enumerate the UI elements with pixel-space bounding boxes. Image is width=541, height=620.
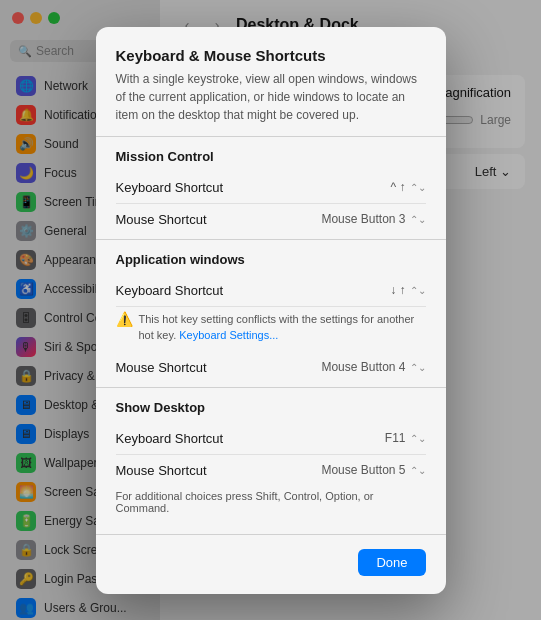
stepper-icon-1-1: ⌃⌄ <box>410 362 426 373</box>
modal-overlay: Keyboard & Mouse Shortcuts With a single… <box>0 0 541 620</box>
modal-section-2: Show DesktopKeyboard ShortcutF11 ⌃⌄Mouse… <box>96 388 446 490</box>
shortcut-label-2-0: Keyboard Shortcut <box>116 431 224 446</box>
modal-header: Keyboard & Mouse Shortcuts With a single… <box>96 27 446 136</box>
shortcut-label-0-1: Mouse Shortcut <box>116 212 207 227</box>
stepper-icon-1-0: ⌃⌄ <box>410 285 426 296</box>
done-button[interactable]: Done <box>358 549 425 576</box>
shortcut-label-1-0: Keyboard Shortcut <box>116 283 224 298</box>
shortcut-row-2-1: Mouse ShortcutMouse Button 5 ⌃⌄ <box>116 455 426 486</box>
modal-dialog: Keyboard & Mouse Shortcuts With a single… <box>96 27 446 594</box>
shortcut-label-0-0: Keyboard Shortcut <box>116 180 224 195</box>
stepper-icon-2-1: ⌃⌄ <box>410 465 426 476</box>
stepper-icon-0-1: ⌃⌄ <box>410 214 426 225</box>
stepper-icon-0-0: ⌃⌄ <box>410 182 426 193</box>
modal-section-1: Application windowsKeyboard Shortcut↓ ↑ … <box>96 240 446 387</box>
shortcut-label-2-1: Mouse Shortcut <box>116 463 207 478</box>
warning-text: This hot key setting conflicts with the … <box>139 311 426 344</box>
shortcut-row-1-1: Mouse ShortcutMouse Button 4 ⌃⌄ <box>116 352 426 383</box>
keyboard-settings-link[interactable]: Keyboard Settings... <box>179 329 278 341</box>
warning-icon: ⚠️ <box>116 311 133 327</box>
modal-title: Keyboard & Mouse Shortcuts <box>116 47 426 64</box>
shortcut-value-1-0[interactable]: ↓ ↑ ⌃⌄ <box>390 283 425 297</box>
modal-subtitle: With a single keystroke, view all open w… <box>116 70 426 124</box>
shortcut-row-0-1: Mouse ShortcutMouse Button 3 ⌃⌄ <box>116 204 426 235</box>
modal-footer: Done <box>96 534 446 594</box>
stepper-icon-2-0: ⌃⌄ <box>410 433 426 444</box>
shortcut-row-0-0: Keyboard Shortcut^ ↑ ⌃⌄ <box>116 172 426 204</box>
modal-section-0: Mission ControlKeyboard Shortcut^ ↑ ⌃⌄Mo… <box>96 137 446 239</box>
shortcut-value-0-0[interactable]: ^ ↑ ⌃⌄ <box>391 180 426 194</box>
footer-note: For additional choices press Shift, Cont… <box>96 490 446 526</box>
section-title-1: Application windows <box>116 252 426 267</box>
section-title-2: Show Desktop <box>116 400 426 415</box>
shortcut-value-1-1[interactable]: Mouse Button 4 ⌃⌄ <box>321 360 425 374</box>
shortcut-value-0-1[interactable]: Mouse Button 3 ⌃⌄ <box>321 212 425 226</box>
section-title-0: Mission Control <box>116 149 426 164</box>
shortcut-row-1-0: Keyboard Shortcut↓ ↑ ⌃⌄ <box>116 275 426 307</box>
shortcut-label-1-1: Mouse Shortcut <box>116 360 207 375</box>
shortcut-value-2-0[interactable]: F11 ⌃⌄ <box>385 431 426 445</box>
shortcut-row-2-0: Keyboard ShortcutF11 ⌃⌄ <box>116 423 426 455</box>
warning-row-1-0: ⚠️This hot key setting conflicts with th… <box>116 307 426 352</box>
shortcut-value-2-1[interactable]: Mouse Button 5 ⌃⌄ <box>321 463 425 477</box>
